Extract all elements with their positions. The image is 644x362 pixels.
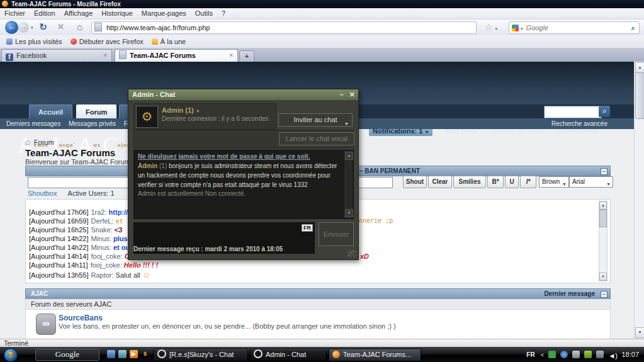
scroll-up-icon[interactable]: ▲ — [635, 62, 644, 73]
chat-minimize-icon[interactable]: – — [340, 91, 344, 98]
shout-user[interactable]: fooj_coke: — [91, 252, 122, 260]
shout-user[interactable]: fooj_coke: — [91, 261, 122, 269]
underline-button[interactable]: U — [505, 176, 519, 188]
steam-friend-icon[interactable] — [548, 351, 556, 358]
chat-close-icon[interactable]: ✕ — [349, 91, 355, 98]
shout-user[interactable]: Snake: — [91, 226, 112, 234]
nav-tab-forum[interactable]: Forum — [76, 105, 116, 119]
shout-user[interactable]: Raptor: — [91, 271, 113, 279]
google-engine-icon[interactable] — [512, 25, 519, 31]
engine-dropdown-icon[interactable]: ▾ — [521, 26, 523, 31]
scroll-up-icon[interactable]: ▲ — [345, 152, 353, 160]
clear-button[interactable]: Clear — [428, 176, 452, 188]
stop-button[interactable]: ✕ — [54, 21, 67, 34]
breadcrumb[interactable]: ⌂Forum — [25, 137, 54, 147]
chat-titlebar[interactable]: Admin - Chat – ✕ — [128, 89, 358, 100]
language-indicator[interactable]: FR — [526, 351, 534, 358]
shout-user[interactable]: DerfeL: — [91, 217, 113, 225]
shoutbox-link[interactable]: Shoutbox — [28, 189, 57, 197]
nvidia-icon[interactable] — [584, 351, 592, 358]
bookmark-latest-headlines[interactable]: À la une — [161, 38, 186, 45]
taskbar-item-skuzy-chat[interactable]: [R.e.s]Skuzy's - Chat — [154, 349, 248, 361]
url-input[interactable] — [105, 23, 460, 32]
web-search-input[interactable] — [525, 23, 622, 32]
forward-button[interactable]: → — [18, 22, 29, 33]
messenger-icon[interactable] — [560, 351, 568, 358]
taskbar-item-admin-chat[interactable]: Admin - Chat — [250, 349, 327, 361]
advanced-search-link[interactable]: Recherche avancée — [551, 118, 607, 129]
italic-button[interactable]: I* — [520, 176, 536, 188]
scroll-down-icon[interactable]: ▼ — [345, 209, 353, 217]
start-voice-chat-button[interactable]: Lancer le chat vocal — [279, 132, 354, 145]
currency-app-icon[interactable]: $ — [141, 350, 149, 358]
subnav-derniers-messages[interactable]: Derniers messages — [6, 120, 60, 127]
send-button[interactable]: Envoyer — [319, 222, 354, 246]
shout-user[interactable]: Minus: — [91, 235, 111, 242]
scroll-down-icon[interactable]: ▼ — [635, 327, 644, 338]
back-button[interactable]: ← — [5, 21, 18, 34]
font-select[interactable]: Arial▼ — [569, 176, 613, 188]
media-player-icon[interactable]: ▶ — [130, 350, 138, 358]
menu-historique[interactable]: Historique — [101, 9, 133, 17]
tab-close-icon[interactable]: ✕ — [229, 50, 234, 62]
rss-icon — [152, 38, 158, 45]
tab-team-ajac[interactable]: Team-AJAC Forums ✕ — [115, 49, 238, 62]
color-select[interactable]: Brown▼ — [539, 176, 569, 188]
reload-button[interactable]: ↻ — [37, 21, 50, 34]
bold-button[interactable]: B* — [487, 176, 504, 188]
menu-affichage[interactable]: Affichage — [64, 9, 93, 17]
tab-close-icon[interactable]: ✕ — [103, 50, 108, 62]
scroll-up-icon[interactable]: ▲ — [599, 201, 607, 210]
scrollbar-thumb[interactable] — [599, 210, 607, 227]
collapse-icon[interactable]: – — [601, 291, 607, 298]
invite-to-chat-button[interactable]: Inviter au chat▼ — [278, 113, 353, 127]
shout-user[interactable]: Minus: — [91, 244, 111, 251]
window-titlebar[interactable]: Team-AJAC Forums - Mozilla Firefox — [0, 0, 644, 8]
tab-facebook[interactable]: fFacebook ✕ — [1, 49, 112, 62]
nav-tab-accueil[interactable]: Accueil — [29, 105, 72, 119]
subnav-messages-prives[interactable]: Messages privés — [69, 120, 116, 127]
page-subtitle: Bienvenue sur Team-AJAC Forums. — [25, 158, 135, 166]
forum-row-sourcebans[interactable]: ∞ SourceBans Voir les bans, en protester… — [25, 310, 611, 339]
avatar[interactable]: ⚙ — [136, 106, 158, 128]
new-tab-button[interactable]: + — [239, 50, 254, 63]
message-author[interactable]: Admin — [138, 162, 157, 169]
scroll-down-icon[interactable]: ▼ — [599, 273, 607, 281]
search-box[interactable]: ▾ ⌕ — [509, 21, 640, 34]
menu-aide[interactable]: ? — [222, 9, 225, 17]
start-button[interactable] — [4, 348, 18, 362]
menu-edition[interactable]: Édition — [34, 9, 55, 17]
home-button[interactable]: ⌂ — [73, 21, 86, 34]
history-dropdown-icon[interactable]: ▾ — [31, 25, 33, 30]
shout-user[interactable]: 1ra2: — [91, 208, 106, 216]
google-desktop-search[interactable]: Google — [35, 349, 99, 361]
sourcebans-link[interactable]: SourceBans — [59, 314, 103, 322]
bookmark-star-button[interactable]: ☆ ▾ — [485, 22, 497, 32]
url-bar[interactable] — [91, 21, 477, 34]
forum-search-button[interactable]: ⌕ — [599, 106, 610, 117]
menu-outils[interactable]: Outils — [195, 9, 213, 17]
menu-marque-pages[interactable]: Marque-pages — [142, 9, 186, 17]
volume-icon[interactable]: ◄) — [608, 352, 616, 359]
chat-username[interactable]: Admin (1) ▼ — [162, 106, 200, 114]
search-icon[interactable]: ⌕ — [631, 22, 635, 33]
tray-expand-icon[interactable]: < — [541, 352, 544, 358]
resize-grip[interactable] — [347, 250, 356, 257]
bookmark-most-visited[interactable]: Les plus visités — [15, 38, 62, 45]
display-icon[interactable] — [572, 351, 580, 358]
taskbar-item-firefox[interactable]: Team-AJAC Forums... — [329, 349, 421, 361]
bookmark-getting-started[interactable]: Débuter avec Firefox — [79, 38, 144, 45]
menu-fichier[interactable]: Fichier — [4, 9, 25, 17]
collapse-icon[interactable]: – — [601, 168, 607, 175]
switch-windows-icon[interactable] — [118, 350, 127, 358]
chat-scrollbar[interactable]: ▲ ▼ — [344, 151, 353, 218]
browser-scrollbar[interactable]: ▲ ▼ — [634, 62, 644, 339]
forum-search-input[interactable] — [544, 106, 602, 118]
shoutbox-scrollbar[interactable]: ▲ ▼ — [599, 201, 607, 281]
network-icon[interactable] — [596, 351, 604, 358]
ajac-title[interactable]: AJAC — [31, 290, 48, 297]
show-desktop-icon[interactable] — [107, 350, 115, 358]
smilies-button[interactable]: Smilies — [453, 176, 486, 188]
shout-button[interactable]: Shout — [403, 176, 427, 188]
scrollbar-thumb[interactable] — [635, 72, 644, 119]
